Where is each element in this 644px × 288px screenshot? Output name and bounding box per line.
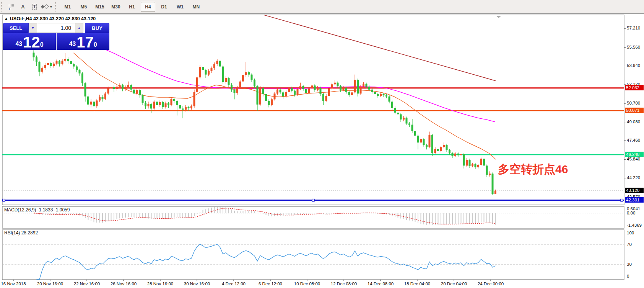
candle-body [374,92,376,94]
time-axis-label: 16 Nov 2018 [1,281,26,286]
volume-increase-button[interactable]: ▲ [75,23,83,33]
candle-body [93,101,95,106]
candle-body [194,92,195,106]
price-axis-label: 55.560 [627,45,644,49]
candle-body [302,86,304,89]
time-axis-label: 12 Dec 08:00 [331,281,357,286]
candle-body [73,64,75,67]
candle-body [452,153,454,156]
candle-body [297,89,299,95]
candlestick-series [33,50,497,195]
time-axis-label: 30 Nov 16:00 [184,281,210,286]
candle-body [199,67,201,77]
candle-body [196,77,198,92]
candle-body [449,150,450,153]
candle-body [383,94,385,95]
candle-body [228,78,230,85]
candle-body [417,136,419,142]
candle-body [265,94,267,101]
candle-body [162,102,164,107]
buy-price-panel[interactable]: 43 17 0 [57,33,109,50]
symbol-title: ▲ USOil-,H4 42.830 43.220 42.830 43.120 [4,16,96,21]
candle-body [389,97,390,102]
candle-body [242,75,244,82]
candle-body [190,106,192,108]
candle-body [41,68,43,72]
candle-body [288,88,290,92]
candle-body [337,83,339,86]
line-handle[interactable] [621,199,623,201]
candle-body [219,61,221,67]
candle-body [125,87,127,89]
time-axis-label: 14 Dec 08:00 [368,281,394,286]
macd-axis-label: -1.4369 [627,223,644,227]
candle-body [53,64,55,66]
candle-body [394,108,396,113]
candle-body [188,107,190,108]
candle-body [437,149,439,151]
candle-body [325,96,327,101]
sell-price-panel[interactable]: 43 12 0 [3,33,57,50]
mt4-window: { "toolbar": { "tools": [ {"name": "fibo… [0,0,644,288]
trendline[interactable] [264,15,496,81]
candle-body [328,88,330,96]
candle-body [368,87,370,90]
candle-body [148,104,150,106]
candle-body [443,145,445,147]
candle-body [314,85,316,90]
chart-annotation-text[interactable]: 多空转折点46 [498,162,568,177]
candle-body [334,83,336,85]
candle-body [234,90,236,93]
line-handle[interactable] [312,199,314,201]
candle-body [156,101,158,105]
candle-body [363,84,364,87]
volume-field[interactable]: 1.00 [37,23,75,33]
candle-body [119,85,121,87]
candle-body [236,88,238,93]
price-axis-label: 47.460 [627,138,644,142]
candle-body [262,88,264,94]
macd-signal-line [34,208,496,224]
sell-button[interactable]: SELL [3,23,29,33]
candle-body [391,101,393,108]
macd-pane-border [2,206,624,228]
candle-body [305,89,307,93]
time-axis-label: 10 Dec 08:00 [294,281,320,286]
rsi-pane-border [2,230,624,280]
candle-body [340,86,342,90]
candle-body [47,63,49,65]
price-badge-46.248: 46.248 [625,152,644,157]
macd-axis-label: 0.00 [627,211,644,215]
candle-body [102,97,104,99]
rsi-label: RSI(14) 28.2892 [4,230,38,236]
candle-body [185,107,187,110]
candle-body [423,139,425,145]
candle-body [357,80,359,93]
price-axis-label: 45.840 [627,157,644,161]
rsi-axis-label: 100 [627,231,644,235]
candle-body [360,87,362,93]
candle-body [133,90,135,94]
candle-body [257,86,259,105]
line-handle[interactable] [3,199,5,201]
candle-body [79,70,81,74]
one-click-trade-panel: SELL ▼ 1.00 ▲ BUY 43 12 0 43 17 0 [3,23,109,50]
buy-price-sup: 0 [94,41,97,48]
candle-body [239,82,241,88]
buy-price-big: 17 [76,35,94,49]
candle-body [176,101,178,105]
candle-body [173,99,175,101]
candle-body [179,105,181,108]
price-axis-label: 50.700 [627,101,644,105]
volume-stepper: ▼ 1.00 ▲ [29,23,83,33]
buy-button[interactable]: BUY [85,23,109,33]
sell-price-sup: 0 [40,41,44,48]
candle-body [366,84,368,87]
candle-body [62,61,63,64]
candle-body [44,65,46,68]
volume-decrease-button[interactable]: ▼ [29,23,37,33]
chart-shift-marker-icon[interactable] [496,16,501,18]
candle-body [36,57,37,62]
candle-body [308,88,310,93]
candle-body [371,90,373,92]
